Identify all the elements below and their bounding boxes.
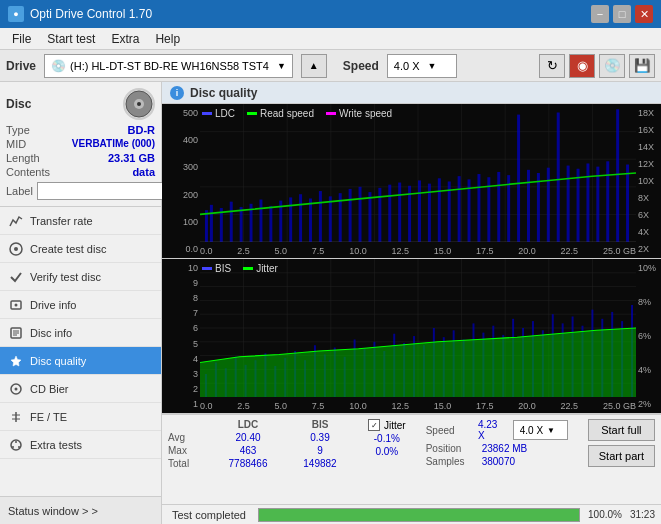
bx15: 15.0 (434, 401, 452, 411)
length-label: Length (6, 152, 40, 164)
drive-bar: Drive 💿 (H:) HL-DT-ST BD-RE WH16NS58 TST… (0, 50, 661, 82)
bx7-5: 7.5 (312, 401, 325, 411)
maximize-button[interactable]: □ (613, 5, 631, 23)
menu-extra[interactable]: Extra (103, 30, 147, 48)
save-button[interactable]: 💾 (629, 54, 655, 78)
drive-label: Drive (6, 59, 36, 73)
svg-rect-74 (596, 167, 599, 242)
status-text: Test completed (168, 509, 250, 521)
extra-tests-icon (8, 437, 24, 453)
bis-avg: 0.39 (292, 432, 348, 443)
cd-bier-icon (8, 381, 24, 397)
disc-quality-title: Disc quality (190, 86, 257, 100)
charts-area: LDC Read speed Write speed 500 400 300 2… (162, 104, 661, 504)
progress-time: 31:23 (630, 509, 655, 520)
start-part-button[interactable]: Start part (588, 445, 655, 467)
sidebar-item-cd-bier[interactable]: CD Bier (0, 375, 161, 403)
window-controls: − □ ✕ (591, 5, 653, 23)
bx20: 20.0 (518, 401, 536, 411)
samples-value: 380070 (482, 456, 515, 467)
sidebar-item-create-test-disc[interactable]: Create test disc (0, 235, 161, 263)
bis-chart-legend: BIS Jitter (202, 263, 278, 274)
sidebar-item-drive-info[interactable]: Drive info (0, 291, 161, 319)
bx10: 10.0 (349, 401, 367, 411)
minimize-button[interactable]: − (591, 5, 609, 23)
svg-rect-70 (557, 112, 560, 242)
disc-art-button[interactable]: ◉ (569, 54, 595, 78)
app-title: Opti Drive Control 1.70 (30, 7, 152, 21)
disc-panel: Disc Type BD-R MID VERBATIMe (000) Leng (0, 82, 161, 207)
svg-rect-67 (527, 170, 530, 242)
bis-max: 9 (292, 445, 348, 456)
svg-rect-71 (567, 166, 570, 242)
disc-button2[interactable]: 💿 (599, 54, 625, 78)
sidebar-item-disc-quality[interactable]: Disc quality (0, 347, 161, 375)
sidebar-item-fe-te[interactable]: FE / TE (0, 403, 161, 431)
ldc-y-axis-right: 18X 16X 14X 12X 10X 8X 6X 4X 2X (636, 104, 661, 258)
close-button[interactable]: ✕ (635, 5, 653, 23)
eject-button[interactable]: ▲ (301, 54, 327, 78)
by-3: 3 (164, 369, 198, 379)
drive-selector[interactable]: 💿 (H:) HL-DT-ST BD-RE WH16NS58 TST4 ▼ (44, 54, 293, 78)
ldc-chart-legend: LDC Read speed Write speed (202, 108, 392, 119)
sidebar-item-disc-info[interactable]: Disc info (0, 319, 161, 347)
ldc-header: LDC (220, 419, 276, 430)
svg-rect-41 (269, 206, 272, 242)
disc-title: Disc (6, 97, 31, 111)
speed-stats: Speed 4.23 X 4.0 X ▼ Position 23862 MB (426, 419, 568, 467)
svg-rect-40 (259, 200, 262, 242)
menu-help[interactable]: Help (147, 30, 188, 48)
svg-rect-64 (497, 172, 500, 242)
progress-percent: 100.0% (588, 509, 622, 520)
progress-bar-outer (258, 508, 580, 522)
start-full-button[interactable]: Start full (588, 419, 655, 441)
sidebar-item-extra-tests[interactable]: Extra tests (0, 431, 161, 459)
svg-rect-73 (586, 163, 589, 242)
speed-selector[interactable]: 4.0 X ▼ (387, 54, 457, 78)
svg-rect-68 (537, 173, 540, 242)
length-value: 23.31 GB (108, 152, 155, 164)
drive-dropdown-arrow: ▼ (277, 61, 286, 71)
jitter-checkbox[interactable]: ✓ (368, 419, 380, 431)
yr-14x: 14X (638, 142, 659, 152)
x10: 10.0 (349, 246, 367, 256)
sidebar-item-transfer-rate[interactable]: Transfer rate (0, 207, 161, 235)
position-value: 23862 MB (482, 443, 528, 454)
speed-stat-selector[interactable]: 4.0 X ▼ (513, 420, 568, 440)
svg-rect-34 (205, 210, 208, 242)
sidebar-item-verify-test-disc[interactable]: Verify test disc (0, 263, 161, 291)
refresh-button[interactable]: ↻ (539, 54, 565, 78)
menu-start-test[interactable]: Start test (39, 30, 103, 48)
menu-file[interactable]: File (4, 30, 39, 48)
drive-info-icon (8, 297, 24, 313)
svg-rect-51 (368, 192, 371, 242)
x15: 15.0 (434, 246, 452, 256)
read-speed-legend: Read speed (260, 108, 314, 119)
menu-bar: File Start test Extra Help (0, 28, 661, 50)
svg-rect-50 (359, 187, 362, 242)
disc-label-input[interactable] (37, 182, 172, 200)
svg-rect-37 (230, 202, 233, 242)
byr-6pct: 6% (638, 331, 659, 341)
bx22-5: 22.5 (561, 401, 579, 411)
svg-rect-75 (606, 161, 609, 242)
svg-rect-58 (438, 178, 441, 242)
disc-quality-header: i Disc quality (162, 82, 661, 104)
svg-point-18 (15, 441, 17, 443)
bx0: 0.0 (200, 401, 213, 411)
svg-rect-46 (319, 191, 322, 242)
x0: 0.0 (200, 246, 213, 256)
svg-rect-49 (349, 189, 352, 242)
byr-8pct: 8% (638, 297, 659, 307)
x7-5: 7.5 (312, 246, 325, 256)
jitter-legend: Jitter (256, 263, 278, 274)
contents-value: data (132, 166, 155, 178)
disc-info-label: Disc info (30, 327, 72, 339)
svg-rect-77 (626, 165, 629, 242)
status-window-button[interactable]: Status window > > (0, 496, 161, 524)
fe-te-icon (8, 409, 24, 425)
type-value: BD-R (128, 124, 156, 136)
disc-quality-icon (8, 353, 24, 369)
svg-point-20 (12, 446, 14, 448)
svg-rect-43 (289, 197, 292, 242)
